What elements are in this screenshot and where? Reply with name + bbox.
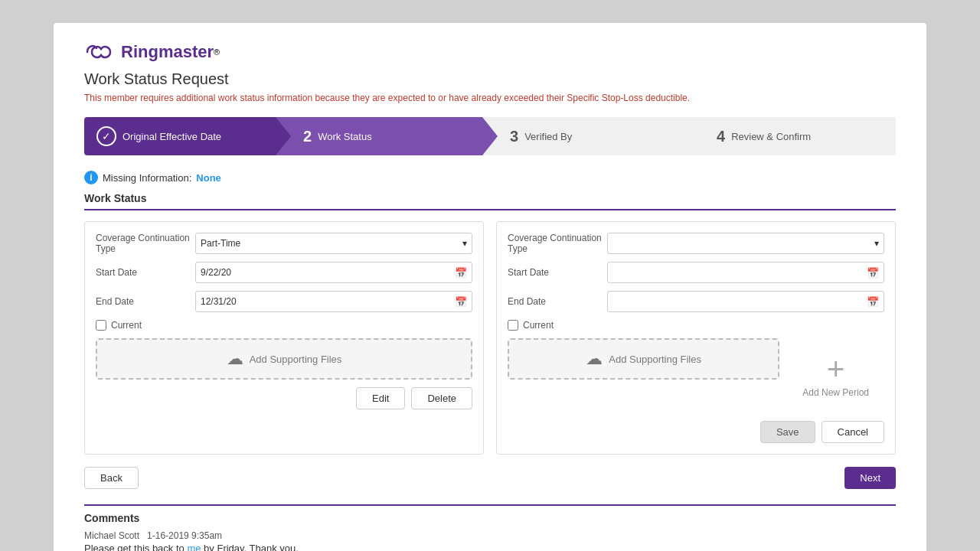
right-bottom-area: ☁ Add Supporting Files + Add New Period: [508, 338, 884, 413]
left-panel-actions: Edit Delete: [96, 387, 472, 409]
missing-info-value: None: [196, 172, 221, 184]
step-4[interactable]: 4 Review & Confirm: [689, 117, 896, 155]
calendar-icon: 📅: [455, 267, 467, 279]
next-button[interactable]: Next: [844, 467, 896, 489]
calendar-icon-end: 📅: [455, 296, 467, 308]
left-continuation-row: Coverage Continuation Type Part-Time ▾: [96, 233, 472, 254]
right-current-label: Current: [523, 320, 554, 331]
right-upload-area[interactable]: ☁ Add Supporting Files: [508, 338, 779, 380]
stepper: ✓ Original Effective Date 2 Work Status …: [84, 117, 896, 155]
calendar-icon-right-end: 📅: [867, 296, 879, 308]
left-current-checkbox[interactable]: [96, 320, 106, 331]
right-current-row: Current: [508, 320, 884, 331]
left-upload-area[interactable]: ☁ Add Supporting Files: [96, 338, 472, 380]
step-3-number: 3: [510, 128, 518, 145]
logo-text: Ringmaster: [121, 42, 214, 62]
page-title: Work Status Request: [84, 70, 896, 88]
work-status-title: Work Status: [84, 192, 896, 210]
logo-icon: [84, 41, 113, 63]
missing-info-label: Missing Information:: [103, 172, 191, 184]
left-upload-label: Add Supporting Files: [250, 354, 342, 365]
step-3[interactable]: 3 Verified By: [482, 117, 689, 155]
right-continuation-select[interactable]: ▾: [607, 233, 884, 254]
step-1-check: ✓: [96, 126, 116, 146]
plus-icon: +: [827, 354, 844, 384]
left-end-date-row: End Date 12/31/20 📅: [96, 291, 472, 312]
comments-section: Comments Michael Scott 1-16-2019 9:35am …: [84, 504, 896, 551]
right-end-date-row: End Date 📅: [508, 291, 884, 312]
left-start-date-label: Start Date: [96, 267, 195, 278]
left-panel: Coverage Continuation Type Part-Time ▾ S…: [84, 221, 484, 455]
left-start-date-input[interactable]: 9/22/20 📅: [195, 262, 472, 283]
comment-text-link[interactable]: me: [187, 543, 201, 551]
left-current-row: Current: [96, 320, 472, 331]
step-2-label: Work Status: [318, 131, 372, 142]
step-2-number: 2: [303, 128, 312, 145]
back-button[interactable]: Back: [84, 467, 139, 489]
comment-text-after: by Friday. Thank you.: [201, 543, 298, 551]
step-4-number: 4: [717, 128, 725, 145]
left-continuation-value: Part-Time: [201, 238, 240, 249]
logo-reg: ®: [214, 47, 220, 57]
comment-author: Michael Scott 1-16-2019 9:35am: [84, 530, 896, 541]
step-4-label: Review & Confirm: [731, 131, 811, 142]
calendar-icon-right-start: 📅: [867, 267, 879, 279]
left-end-date-label: End Date: [96, 296, 195, 307]
comments-title: Comments: [84, 512, 896, 524]
comment-text: Please get this back to me by Friday. Th…: [84, 543, 896, 551]
right-continuation-label: Coverage Continuation Type: [508, 233, 607, 254]
comment-text-before: Please get this back to: [84, 543, 187, 551]
right-current-checkbox[interactable]: [508, 320, 518, 331]
save-button[interactable]: Save: [760, 421, 815, 443]
cancel-button[interactable]: Cancel: [822, 421, 884, 443]
left-start-date-value: 9/22/20: [201, 267, 231, 278]
page-card: Ringmaster® Work Status Request This mem…: [54, 23, 926, 551]
right-start-date-row: Start Date 📅: [508, 262, 884, 283]
comment-entry: Michael Scott 1-16-2019 9:35am Please ge…: [84, 530, 896, 551]
left-current-label: Current: [111, 320, 142, 331]
chevron-down-icon-right: ▾: [874, 238, 879, 249]
upload-icon: ☁: [227, 349, 243, 369]
right-continuation-row: Coverage Continuation Type ▾: [508, 233, 884, 254]
left-end-date-input[interactable]: 12/31/20 📅: [195, 291, 472, 312]
step-3-label: Verified By: [524, 131, 572, 142]
edit-button[interactable]: Edit: [356, 387, 405, 409]
left-continuation-label: Coverage Continuation Type: [96, 233, 195, 254]
right-end-date-label: End Date: [508, 296, 607, 307]
right-panel: Coverage Continuation Type ▾ Start Date …: [496, 221, 896, 455]
work-status-panels: Coverage Continuation Type Part-Time ▾ S…: [84, 221, 896, 455]
missing-info: i Missing Information: None: [84, 171, 896, 184]
nav-buttons: Back Next: [84, 467, 896, 489]
add-period-label: Add New Period: [802, 387, 869, 398]
right-end-date-input[interactable]: 📅: [607, 291, 884, 312]
logo-area: Ringmaster®: [84, 41, 896, 63]
chevron-down-icon: ▾: [462, 238, 467, 249]
right-upload-wrapper: ☁ Add Supporting Files: [508, 338, 779, 387]
left-start-date-row: Start Date 9/22/20 📅: [96, 262, 472, 283]
comment-author-name: Michael Scott: [84, 530, 139, 541]
step-1-label: Original Effective Date: [122, 131, 221, 142]
info-icon: i: [84, 171, 98, 184]
left-end-date-value: 12/31/20: [201, 296, 237, 307]
right-start-date-label: Start Date: [508, 267, 607, 278]
step-2[interactable]: 2 Work Status: [276, 117, 482, 155]
upload-icon-right: ☁: [586, 349, 603, 369]
delete-button[interactable]: Delete: [411, 387, 472, 409]
page-subtitle: This member requires additional work sta…: [84, 93, 896, 103]
left-continuation-select[interactable]: Part-Time ▾: [195, 233, 472, 254]
right-panel-actions: Save Cancel: [508, 421, 884, 443]
add-new-period[interactable]: + Add New Period: [787, 338, 884, 413]
right-start-date-input[interactable]: 📅: [607, 262, 884, 283]
step-1[interactable]: ✓ Original Effective Date: [84, 117, 276, 155]
comment-timestamp: 1-16-2019 9:35am: [147, 530, 222, 541]
right-upload-label: Add Supporting Files: [609, 354, 701, 365]
